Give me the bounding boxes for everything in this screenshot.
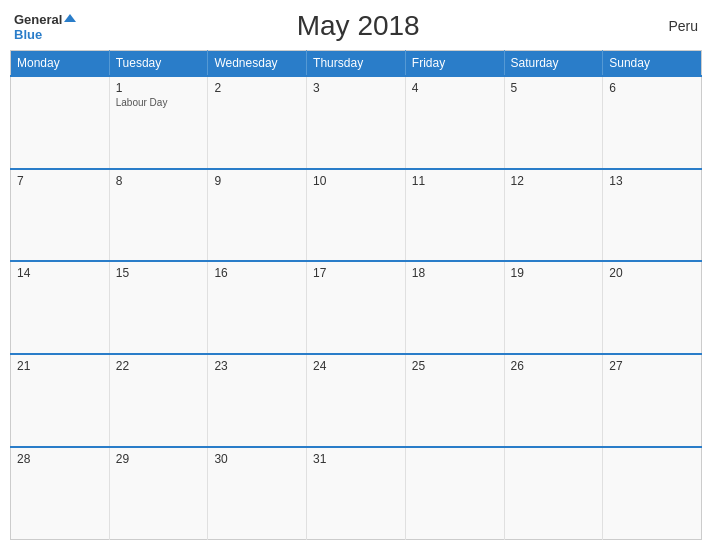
col-thursday: Thursday (307, 51, 406, 77)
day-number: 18 (412, 266, 498, 280)
table-row: 20 (603, 261, 702, 354)
table-row: 29 (109, 447, 208, 540)
table-row: 21 (11, 354, 110, 447)
calendar-week-row: 14151617181920 (11, 261, 702, 354)
day-number: 29 (116, 452, 202, 466)
table-row: 11 (405, 169, 504, 262)
day-number: 8 (116, 174, 202, 188)
table-row (603, 447, 702, 540)
col-friday: Friday (405, 51, 504, 77)
day-number: 31 (313, 452, 399, 466)
table-row: 9 (208, 169, 307, 262)
table-row (504, 447, 603, 540)
day-number: 7 (17, 174, 103, 188)
calendar-header-row: Monday Tuesday Wednesday Thursday Friday… (11, 51, 702, 77)
table-row: 2 (208, 76, 307, 169)
day-number: 6 (609, 81, 695, 95)
col-wednesday: Wednesday (208, 51, 307, 77)
col-sunday: Sunday (603, 51, 702, 77)
day-number: 16 (214, 266, 300, 280)
table-row: 7 (11, 169, 110, 262)
svg-marker-0 (64, 14, 76, 22)
table-row: 14 (11, 261, 110, 354)
table-row: 6 (603, 76, 702, 169)
day-number: 1 (116, 81, 202, 95)
calendar-table: Monday Tuesday Wednesday Thursday Friday… (10, 50, 702, 540)
page-title: May 2018 (78, 10, 638, 42)
table-row: 16 (208, 261, 307, 354)
logo-blue: Blue (14, 28, 42, 41)
day-number: 30 (214, 452, 300, 466)
table-row: 22 (109, 354, 208, 447)
table-row: 27 (603, 354, 702, 447)
col-monday: Monday (11, 51, 110, 77)
day-number: 27 (609, 359, 695, 373)
calendar-page: General Blue May 2018 Peru Monday Tuesda… (0, 0, 712, 550)
table-row: 3 (307, 76, 406, 169)
day-number: 12 (511, 174, 597, 188)
table-row: 8 (109, 169, 208, 262)
event-label: Labour Day (116, 97, 202, 108)
table-row: 28 (11, 447, 110, 540)
day-number: 26 (511, 359, 597, 373)
day-number: 10 (313, 174, 399, 188)
table-row: 23 (208, 354, 307, 447)
table-row: 31 (307, 447, 406, 540)
day-number: 25 (412, 359, 498, 373)
table-row: 13 (603, 169, 702, 262)
col-tuesday: Tuesday (109, 51, 208, 77)
calendar-week-row: 78910111213 (11, 169, 702, 262)
day-number: 22 (116, 359, 202, 373)
table-row: 26 (504, 354, 603, 447)
table-row: 19 (504, 261, 603, 354)
logo-icon (62, 12, 78, 28)
day-number: 14 (17, 266, 103, 280)
table-row: 17 (307, 261, 406, 354)
table-row: 5 (504, 76, 603, 169)
table-row (405, 447, 504, 540)
day-number: 5 (511, 81, 597, 95)
day-number: 11 (412, 174, 498, 188)
calendar-week-row: 28293031 (11, 447, 702, 540)
day-number: 24 (313, 359, 399, 373)
day-number: 28 (17, 452, 103, 466)
day-number: 20 (609, 266, 695, 280)
day-number: 21 (17, 359, 103, 373)
table-row: 10 (307, 169, 406, 262)
table-row: 24 (307, 354, 406, 447)
table-row (11, 76, 110, 169)
table-row: 30 (208, 447, 307, 540)
col-saturday: Saturday (504, 51, 603, 77)
table-row: 12 (504, 169, 603, 262)
day-number: 13 (609, 174, 695, 188)
logo: General Blue (14, 12, 78, 41)
table-row: 4 (405, 76, 504, 169)
logo-general: General (14, 13, 62, 26)
calendar-week-row: 21222324252627 (11, 354, 702, 447)
day-number: 23 (214, 359, 300, 373)
calendar-week-row: 1Labour Day23456 (11, 76, 702, 169)
day-number: 15 (116, 266, 202, 280)
table-row: 18 (405, 261, 504, 354)
country-label: Peru (638, 18, 698, 34)
header: General Blue May 2018 Peru (10, 10, 702, 42)
table-row: 15 (109, 261, 208, 354)
day-number: 9 (214, 174, 300, 188)
table-row: 1Labour Day (109, 76, 208, 169)
day-number: 4 (412, 81, 498, 95)
day-number: 19 (511, 266, 597, 280)
day-number: 3 (313, 81, 399, 95)
day-number: 17 (313, 266, 399, 280)
day-number: 2 (214, 81, 300, 95)
table-row: 25 (405, 354, 504, 447)
